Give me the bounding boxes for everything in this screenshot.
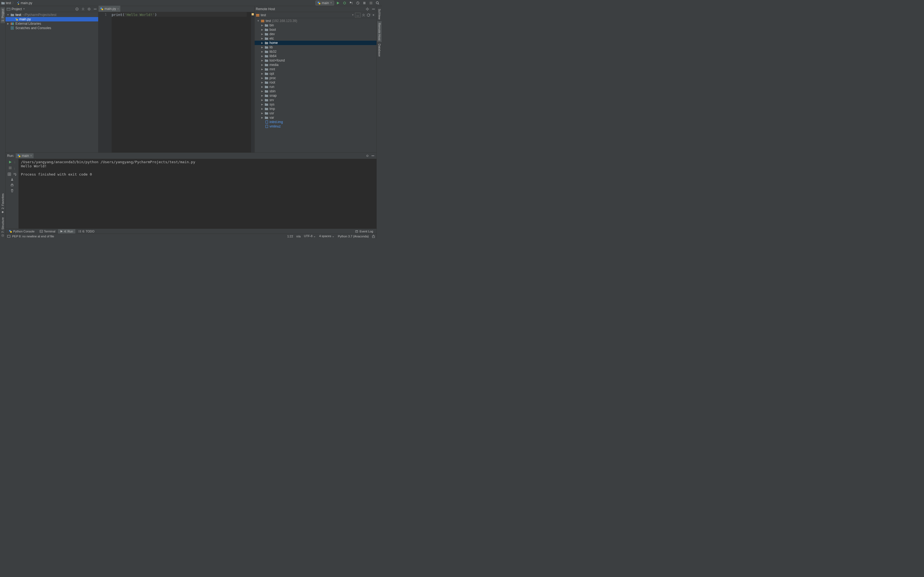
close-icon[interactable]: × [372, 13, 375, 17]
remote-dir-snap[interactable]: ▶snap [255, 93, 376, 98]
window-icon[interactable] [7, 235, 10, 238]
remote-file-vmlinuz[interactable]: vmlinuz [255, 124, 376, 129]
expand-arrow-icon[interactable]: ▶ [261, 112, 263, 114]
run-tab-main[interactable]: main × [16, 153, 34, 158]
gear-icon[interactable] [87, 7, 91, 11]
expand-arrow-icon[interactable]: ▶ [261, 77, 263, 79]
tab-event-log[interactable]: Event Log [353, 229, 375, 234]
project-view-selector[interactable]: Project ▼ [6, 7, 25, 11]
print-icon[interactable] [10, 184, 14, 187]
hide-icon[interactable] [371, 154, 375, 158]
remote-dir-run[interactable]: ▶run [255, 85, 376, 89]
rerun-button[interactable] [8, 160, 12, 164]
remote-dir-root[interactable]: ▶root [255, 80, 376, 85]
stripe-tab-database[interactable]: Database [377, 42, 382, 58]
console-output[interactable]: /Users/yangyang/anaconda3/bin/python /Us… [19, 159, 376, 229]
line-sep[interactable]: n/a [296, 235, 300, 238]
expand-arrow-icon[interactable]: ▶ [261, 55, 263, 57]
expand-arrow-icon[interactable]: ▶ [261, 24, 263, 27]
up-icon[interactable]: ↑ [14, 160, 16, 164]
expand-arrow-icon[interactable]: ▶ [261, 59, 263, 62]
stripe-tab-structure[interactable]: ⦾ 7: Structure [0, 216, 5, 239]
remote-dir-lost+found[interactable]: ▶lost+found [255, 58, 376, 63]
profile-button[interactable] [355, 1, 360, 5]
encoding-widget[interactable]: UTF-8 ⌄ [304, 234, 316, 238]
trash-icon[interactable] [10, 189, 14, 192]
remote-dir-media[interactable]: ▶media [255, 63, 376, 67]
scratches-node[interactable]: Scratches and Consoles [5, 26, 98, 30]
lock-icon[interactable] [372, 235, 375, 238]
debug-button[interactable] [342, 1, 347, 5]
expand-arrow-icon[interactable]: ▶ [261, 81, 263, 84]
gear-icon[interactable] [365, 7, 369, 11]
remote-dir-sys[interactable]: ▶sys [255, 102, 376, 106]
expand-arrow-icon[interactable]: ▶ [261, 33, 263, 35]
expand-arrow-icon[interactable]: ▶ [261, 116, 263, 119]
close-icon[interactable]: × [30, 154, 32, 158]
remote-dir-opt[interactable]: ▶opt [255, 71, 376, 76]
locate-icon[interactable] [75, 7, 79, 11]
breadcrumb-file[interactable]: main.py [21, 1, 32, 5]
remote-dir-proc[interactable]: ▶proc [255, 76, 376, 80]
expand-arrow-icon[interactable]: ▶ [261, 72, 263, 75]
remote-dir-var[interactable]: ▶var [255, 115, 376, 120]
remote-server-selector[interactable]: test [261, 13, 266, 17]
stripe-tab-remote-host[interactable]: Remote Host [377, 21, 382, 42]
chevron-down-icon[interactable]: ▼ [352, 14, 354, 16]
gear-icon[interactable] [365, 154, 369, 158]
expand-arrow-icon[interactable]: ▶ [261, 28, 263, 31]
stripe-tab-favorites[interactable]: ★ 2: Favorites [0, 192, 5, 216]
expand-arrow-icon[interactable]: ▶ [261, 98, 263, 102]
remote-dir-boot[interactable]: ▶boot [255, 27, 376, 32]
pin-icon[interactable] [10, 178, 14, 181]
tab-todo[interactable]: 6: TODO [76, 229, 97, 234]
remote-dir-tmp[interactable]: ▶tmp [255, 106, 376, 111]
collapse-all-icon[interactable] [362, 13, 365, 17]
remote-file-initrd.img[interactable]: initrd.img [255, 120, 376, 124]
run-config-selector[interactable]: main ▼ [315, 0, 334, 5]
expand-arrow-icon[interactable]: ▶ [261, 90, 263, 93]
tab-python-console[interactable]: Python Console [6, 229, 37, 234]
remote-dir-dev[interactable]: ▶dev [255, 32, 376, 36]
expand-arrow-icon[interactable]: ▶ [261, 85, 263, 88]
expand-arrow-icon[interactable]: ▶ [261, 63, 263, 66]
expand-arrow-icon[interactable]: ▶ [261, 37, 263, 40]
expand-arrow-icon[interactable]: ▼ [6, 13, 9, 16]
stripe-tab-sciview[interactable]: SciView [377, 7, 382, 21]
remote-root-node[interactable]: ▼test (192.168.123.39) [255, 19, 376, 23]
remote-dir-srv[interactable]: ▶srv [255, 98, 376, 102]
run-button[interactable] [336, 1, 340, 5]
expand-arrow-icon[interactable]: ▶ [6, 22, 9, 25]
project-root-node[interactable]: ▼ test ~/PycharmProjects/test [5, 13, 98, 17]
marker-stripe[interactable] [251, 12, 254, 153]
tab-run[interactable]: 4: Run [58, 229, 75, 234]
remote-dir-etc[interactable]: ▶etc [255, 36, 376, 41]
expand-arrow-icon[interactable]: ▶ [261, 103, 263, 106]
remote-dir-mnt[interactable]: ▶mnt [255, 67, 376, 71]
editor-content[interactable]: print('Hello World!') [111, 12, 251, 153]
breadcrumb[interactable]: test 〉 main.py [1, 0, 32, 5]
editor-tab-main[interactable]: main.py × [99, 6, 121, 12]
remote-dir-lib32[interactable]: ▶lib32 [255, 50, 376, 54]
external-libraries-node[interactable]: ▶ External Libraries [5, 21, 98, 26]
browse-button[interactable]: ... [355, 13, 360, 18]
caret-position[interactable]: 1:22 [287, 235, 293, 238]
tab-terminal[interactable]: Terminal [37, 229, 58, 234]
wrap-icon[interactable] [13, 172, 16, 176]
remote-dir-bin[interactable]: ▶bin [255, 23, 376, 27]
layout-icon[interactable] [8, 172, 11, 176]
remote-dir-home[interactable]: ▶home [255, 41, 376, 45]
run-coverage-button[interactable] [349, 1, 354, 5]
remote-dir-lib64[interactable]: ▶lib64 [255, 54, 376, 58]
remote-dir-lib[interactable]: ▶lib [255, 45, 376, 50]
hide-icon[interactable] [372, 7, 375, 11]
expand-arrow-icon[interactable]: ▶ [261, 94, 263, 97]
down-icon[interactable]: ↓ [14, 166, 15, 170]
warning-marker-icon[interactable] [252, 13, 254, 15]
interpreter-widget[interactable]: Python 3.7 (Anaconda) [338, 235, 369, 238]
breadcrumb-root[interactable]: test [6, 1, 11, 5]
refresh-icon[interactable] [367, 13, 370, 17]
expand-arrow-icon[interactable]: ▶ [261, 46, 263, 48]
indent-widget[interactable]: 4 spaces ⌄ [319, 234, 334, 238]
expand-arrow-icon[interactable]: ▶ [261, 42, 263, 44]
